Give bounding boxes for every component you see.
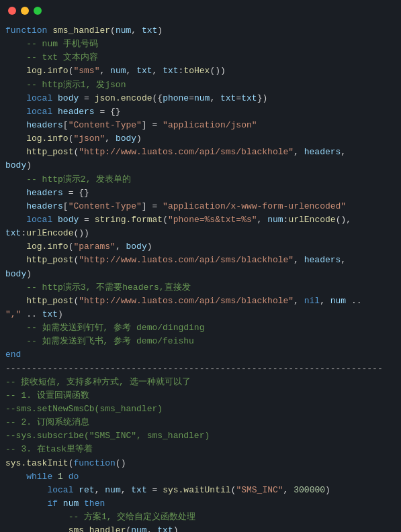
code-line: -- 如需发送到钉钉, 参考 demo/dingding bbox=[0, 321, 401, 335]
code-line: -- txt 文本内容 bbox=[0, 51, 401, 64]
code-line: -- 方案1, 交给自定义函数处理 bbox=[0, 511, 401, 524]
code-line: body) bbox=[0, 268, 401, 281]
code-line: local ret, num, txt = sys.waitUntil("SMS… bbox=[0, 484, 401, 497]
code-line: -- 如需发送到飞书, 参考 demo/feishu bbox=[0, 335, 401, 348]
code-line: while 1 do bbox=[0, 470, 401, 484]
code-line: txt:urlEncode()) bbox=[0, 227, 401, 240]
code-line: -- 2. 订阅系统消息 bbox=[0, 416, 401, 429]
code-line: ----------------------------------------… bbox=[0, 362, 401, 376]
code-editor: function sms_handler(num, txt) -- num 手机… bbox=[0, 21, 401, 532]
code-line: -- 3. 在task里等着 bbox=[0, 443, 401, 456]
code-line: body) bbox=[0, 159, 401, 172]
code-line: -- num 手机号码 bbox=[0, 38, 401, 51]
titlebar bbox=[0, 0, 401, 21]
code-line: local headers = {} bbox=[0, 105, 401, 119]
code-line: local body = json.encode({phone=num, txt… bbox=[0, 92, 401, 105]
code-line: -- http演示3, 不需要headers,直接发 bbox=[0, 281, 401, 295]
code-line: http_post("http://www.luatos.com/api/sms… bbox=[0, 295, 401, 308]
code-line: -- 1. 设置回调函数 bbox=[0, 389, 401, 403]
code-line: -- http演示1, 发json bbox=[0, 78, 401, 92]
code-line: -- http演示2, 发表单的 bbox=[0, 173, 401, 187]
code-line: -- 接收短信, 支持多种方式, 选一种就可以了 bbox=[0, 376, 401, 389]
code-line: headers["Content-Type"] = "application/j… bbox=[0, 119, 401, 132]
code-line: end bbox=[0, 348, 401, 362]
code-line: sys.taskInit(function() bbox=[0, 457, 401, 470]
code-line: log.info("sms", num, txt, txt:toHex()) bbox=[0, 64, 401, 78]
close-button[interactable] bbox=[8, 7, 16, 15]
code-line: log.info("json", body) bbox=[0, 132, 401, 146]
code-line: http_post("http://www.luatos.com/api/sms… bbox=[0, 146, 401, 159]
code-line: sms_handler(num, txt) bbox=[0, 524, 401, 532]
maximize-button[interactable] bbox=[34, 7, 42, 15]
code-line: --sys.subscribe("SMS_INC", sms_handler) bbox=[0, 429, 401, 443]
code-line: function sms_handler(num, txt) bbox=[0, 24, 401, 38]
code-line: log.info("params", body) bbox=[0, 240, 401, 254]
code-line: --sms.setNewSmsCb(sms_handler) bbox=[0, 403, 401, 416]
code-line: headers = {} bbox=[0, 187, 401, 200]
code-line: http_post("http://www.luatos.com/api/sms… bbox=[0, 254, 401, 267]
code-line: headers["Content-Type"] = "application/x… bbox=[0, 200, 401, 213]
code-line: "," .. txt) bbox=[0, 308, 401, 321]
code-line: local body = string.format("phone=%s&txt… bbox=[0, 213, 401, 227]
code-line: if num then bbox=[0, 497, 401, 511]
minimize-button[interactable] bbox=[21, 7, 29, 15]
